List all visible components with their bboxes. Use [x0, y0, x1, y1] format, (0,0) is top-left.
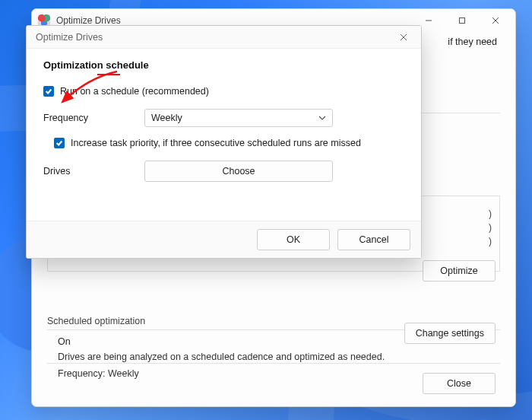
divider: [47, 363, 500, 364]
dialog-footer: OK Cancel: [27, 221, 421, 258]
run-schedule-checkbox[interactable]: [43, 86, 54, 97]
ok-label: OK: [287, 234, 300, 245]
svg-rect-1: [460, 18, 465, 24]
chevron-down-icon: [318, 114, 326, 122]
list-fragment: ): [489, 208, 492, 219]
optimize-button[interactable]: Optimize: [423, 260, 496, 282]
list-fragment: ): [489, 222, 492, 233]
frequency-label: Frequency: [43, 113, 144, 123]
window-title: Optimize Drives: [56, 15, 121, 26]
description-fragment: if they need: [448, 37, 497, 47]
window-close-button[interactable]: [479, 9, 512, 32]
ok-button[interactable]: OK: [257, 229, 330, 250]
choose-label: Choose: [222, 166, 255, 177]
cancel-label: Cancel: [359, 234, 389, 245]
drives-label: Drives: [43, 166, 144, 177]
list-fragment: ): [489, 236, 492, 247]
frequency-value: Weekly: [151, 113, 182, 123]
optimize-button-label: Optimize: [440, 266, 477, 276]
choose-drives-button[interactable]: Choose: [144, 161, 333, 182]
close-button[interactable]: Close: [423, 373, 496, 394]
schedule-description: Drives are being analyzed on a scheduled…: [58, 352, 500, 362]
run-schedule-label: Run on a schedule (recommended): [60, 86, 209, 97]
close-button-label: Close: [447, 378, 471, 389]
check-icon: [55, 139, 63, 147]
dialog-heading: Optimization schedule: [43, 59, 404, 71]
change-settings-button[interactable]: Change settings: [404, 323, 496, 344]
priority-checkbox[interactable]: [54, 138, 65, 148]
schedule-dialog: Optimize Drives Optimization schedule Ru…: [26, 25, 422, 259]
maximize-button[interactable]: [445, 9, 479, 32]
change-settings-label: Change settings: [416, 328, 484, 339]
priority-label: Increase task priority, if three consecu…: [71, 138, 361, 148]
cancel-button[interactable]: Cancel: [337, 229, 410, 250]
dialog-title: Optimize Drives: [36, 32, 103, 43]
dialog-close-button[interactable]: [392, 26, 415, 49]
frequency-select[interactable]: Weekly: [144, 109, 333, 127]
check-icon: [45, 88, 52, 95]
dialog-titlebar: Optimize Drives: [27, 26, 421, 49]
